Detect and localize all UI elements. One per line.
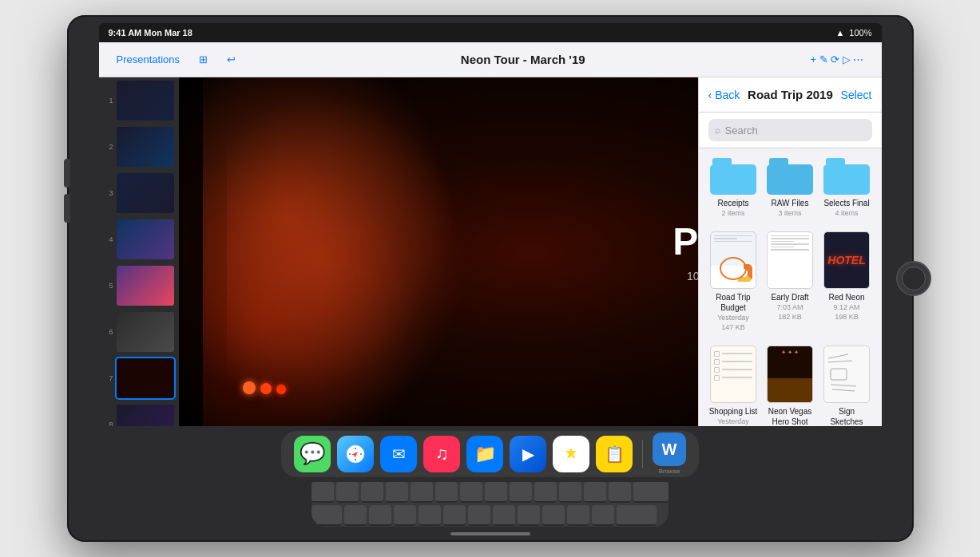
doc-neon-thumb: HOTEL <box>823 231 870 289</box>
key-tab[interactable] <box>311 505 342 526</box>
key[interactable] <box>369 505 391 526</box>
status-time: 9:41 AM Mon Mar 18 <box>109 28 192 38</box>
slide-item-4[interactable]: 4 <box>99 216 179 263</box>
key[interactable] <box>534 482 557 503</box>
dock-app-safari[interactable] <box>337 436 374 472</box>
key[interactable] <box>361 482 383 503</box>
doc-draft-thumb <box>767 231 813 289</box>
key[interactable] <box>468 505 490 526</box>
files-panel-wrapper: ‹ Back Road Trip 2019 Select ⌕ Search <box>698 77 882 426</box>
slide-item-3[interactable]: 3 <box>99 170 179 216</box>
slide-number-4: 4 <box>104 235 113 243</box>
slide-item-2[interactable]: 2 <box>99 124 179 170</box>
dock-app-photos[interactable] <box>553 436 589 472</box>
folder-raw-icon <box>767 158 813 195</box>
slide-item-1[interactable]: 1 <box>99 77 179 124</box>
slide-number-2: 2 <box>104 143 113 151</box>
folder-selects-meta: 4 items <box>835 208 858 219</box>
select-button[interactable]: Select <box>841 89 872 101</box>
key[interactable] <box>443 505 466 526</box>
key-backspace[interactable] <box>633 482 669 503</box>
dock-app-word[interactable]: W <box>653 433 686 466</box>
doc-vegas-thumb: ✦ ✦ ✦ <box>767 346 813 403</box>
doc-early-draft[interactable]: Early Draft 7:03 AM 182 KB <box>765 231 815 333</box>
presentation-title: Neon Tour - March '19 <box>250 53 796 66</box>
folder-selects-final[interactable]: Selects Final 4 items <box>822 158 872 219</box>
status-right: ▲ 100% <box>835 28 871 38</box>
search-area: ⌕ Search <box>699 113 882 148</box>
dock-app-word-container: W Browse <box>653 433 686 475</box>
key-return[interactable] <box>617 505 657 526</box>
search-icon: ⌕ <box>715 124 720 136</box>
doc-shopping-list[interactable]: Shopping List Yesterday 268 KB <box>708 346 759 426</box>
search-input[interactable]: Search <box>725 124 758 136</box>
home-button[interactable] <box>896 261 931 296</box>
doc-neon-vegas[interactable]: ✦ ✦ ✦ Neon Vegas Hero Shot 9:15 AM 479 K… <box>765 346 815 426</box>
doc-draft-meta: 7:03 AM 182 KB <box>776 302 803 322</box>
dock-app-keynote[interactable]: ▶ <box>510 436 546 472</box>
dock-app-mail[interactable]: ✉ <box>380 436 417 472</box>
doc-sketches-thumb <box>823 346 870 403</box>
volume-up <box>64 159 70 188</box>
undo-button[interactable]: ↩ <box>222 50 240 69</box>
slide-thumb-6 <box>117 312 174 352</box>
key[interactable] <box>311 482 334 503</box>
key[interactable] <box>411 482 433 503</box>
dock-app-messages[interactable]: 💬 <box>294 436 331 472</box>
slide-item-7[interactable]: 7 <box>99 355 179 401</box>
key[interactable] <box>460 482 482 503</box>
folder-receipts[interactable]: Receipts 2 items <box>708 158 759 219</box>
slide-item-5[interactable]: 5 <box>99 263 179 309</box>
slide-thumb-1 <box>117 81 174 120</box>
doc-red-neon[interactable]: HOTEL Red Neon 9:12 AM 198 KB <box>822 231 872 333</box>
doc-draft-lines <box>771 235 809 251</box>
presentations-button[interactable]: Presentations <box>112 50 185 69</box>
key[interactable] <box>435 482 458 503</box>
slide-item-6[interactable]: 6 <box>99 309 179 355</box>
key[interactable] <box>592 505 614 526</box>
doc-road-trip-budget[interactable]: Road Trip Budget Yesterday 147 KB <box>708 231 759 333</box>
back-button[interactable]: ‹ Back <box>708 89 740 101</box>
key[interactable] <box>609 482 631 503</box>
toolbar-more[interactable]: + ✎ ⟳ ▷ ⋯ <box>805 50 868 69</box>
dock-app-notes[interactable]: 📋 <box>596 436 633 472</box>
battery-icon: 100% <box>849 28 871 38</box>
dock-app-files[interactable]: 📁 <box>466 436 503 472</box>
dock-app-music[interactable]: ♫ <box>423 436 460 472</box>
key[interactable] <box>584 482 606 503</box>
key[interactable] <box>518 505 540 526</box>
folder-selects-name: Selects Final <box>822 198 872 208</box>
key[interactable] <box>336 482 359 503</box>
photos-icon <box>560 443 582 465</box>
keyboard-row-1 <box>311 482 669 503</box>
key[interactable] <box>485 482 507 503</box>
key[interactable] <box>510 482 532 503</box>
key[interactable] <box>542 505 565 526</box>
home-bar <box>450 532 530 535</box>
doc-sketches-name: Sign Sketches <box>822 406 872 426</box>
wifi-icon: ▲ <box>835 28 844 38</box>
key[interactable] <box>344 505 367 526</box>
svg-rect-5 <box>831 369 847 380</box>
doc-shopping-name: Shopping List <box>708 406 759 417</box>
svg-point-2 <box>740 269 748 277</box>
folder-receipts-icon <box>710 158 756 195</box>
key[interactable] <box>567 505 589 526</box>
chevron-left-icon: ‹ <box>708 89 712 101</box>
key[interactable] <box>386 482 408 503</box>
key[interactable] <box>394 505 416 526</box>
keyboard-rows <box>311 482 669 527</box>
key[interactable] <box>559 482 581 503</box>
doc-sign-sketches[interactable]: Sign Sketches 8:40 AM 507 KB <box>822 346 872 426</box>
slide-thumb-2 <box>117 127 174 167</box>
key[interactable] <box>493 505 515 526</box>
status-bar: 9:41 AM Mon Mar 18 ▲ 100% <box>99 23 882 42</box>
key[interactable] <box>419 505 441 526</box>
keynote-toolbar: Presentations ⊞ ↩ Neon Tour - March '19 … <box>99 42 882 77</box>
grid-view-button[interactable]: ⊞ <box>194 50 212 69</box>
slide-item-8[interactable]: 8 <box>99 401 179 426</box>
main-content: 1 2 3 4 5 <box>99 77 882 426</box>
folder-raw-files[interactable]: RAW Files 3 items <box>765 158 815 219</box>
search-box[interactable]: ⌕ Search <box>708 119 872 141</box>
slides-sidebar: 1 2 3 4 5 <box>99 77 179 426</box>
